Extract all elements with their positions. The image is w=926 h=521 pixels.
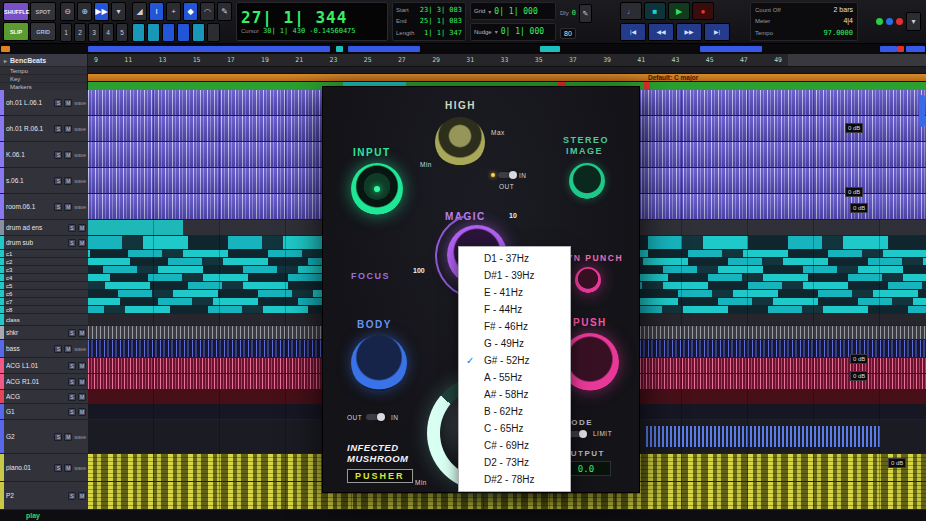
zoom-preset-4[interactable]: 4: [102, 23, 114, 42]
track-name[interactable]: G1: [6, 408, 66, 415]
frequency-option[interactable]: C# - 69Hz: [459, 437, 570, 454]
track-name[interactable]: c1: [6, 251, 86, 257]
solo-button[interactable]: S: [68, 408, 76, 416]
track-name[interactable]: ACG R1.01: [6, 378, 66, 385]
smart-tool-button[interactable]: ◆: [183, 2, 198, 21]
track-name[interactable]: drum sub: [6, 239, 66, 246]
meter-value[interactable]: 4|4: [843, 17, 853, 24]
mirror-midi-toggle[interactable]: [192, 23, 205, 42]
zoom-preset-5[interactable]: 5: [116, 23, 128, 42]
mute-button[interactable]: M: [78, 362, 86, 370]
solo-button[interactable]: S: [68, 239, 76, 247]
start-value[interactable]: 23| 3| 083: [420, 6, 462, 14]
track-header[interactable]: c2: [0, 258, 88, 266]
metronome-button[interactable]: ♩: [620, 2, 642, 20]
track-header[interactable]: ACG R1.01SM: [0, 374, 88, 390]
mute-button[interactable]: M: [78, 408, 86, 416]
grid-value-selector[interactable]: Grid ▾ 0| 1| 000: [470, 2, 556, 20]
solo-button[interactable]: S: [54, 125, 62, 133]
track-header[interactable]: oh.01 L.06.1SMwave: [0, 90, 88, 116]
bars-ruler[interactable]: 9 11 13 15 17 19 21 23 25 27 29 31 33 35…: [88, 54, 788, 66]
clip-gain-badge[interactable]: 0 dB: [850, 371, 868, 381]
mode-slip-button[interactable]: SLIP: [3, 22, 29, 41]
input-knob[interactable]: [351, 163, 403, 215]
mode-spot-button[interactable]: SPOT: [30, 2, 56, 21]
link-timeline-toggle[interactable]: [147, 23, 160, 42]
track-header[interactable]: G1SM: [0, 404, 88, 420]
timeline-selection-strip[interactable]: [0, 44, 926, 54]
dyn-punch-knob[interactable]: [575, 267, 601, 293]
tempo-value[interactable]: 97.0000: [823, 29, 853, 37]
solo-button[interactable]: S: [54, 464, 62, 472]
mute-button[interactable]: M: [78, 239, 86, 247]
frequency-option[interactable]: E - 41Hz: [459, 284, 570, 301]
track-view-selector[interactable]: wave: [74, 178, 86, 184]
track-header[interactable]: oh.01 R.06.1SMwave: [0, 116, 88, 142]
track-header[interactable]: c8: [0, 306, 88, 314]
track-name[interactable]: oh.01 L.06.1: [6, 99, 52, 106]
mute-button[interactable]: M: [64, 345, 72, 353]
nudge-value-selector[interactable]: Nudge ▾ 0| 1| 000: [470, 23, 556, 41]
scrubber-tool-button[interactable]: ◠: [200, 2, 215, 21]
frequency-option[interactable]: D2 - 73Hz: [459, 454, 570, 471]
solo-button[interactable]: S: [54, 345, 62, 353]
insertion-follows-playback-toggle[interactable]: [177, 23, 190, 42]
grid-dropdown-icon[interactable]: ▾: [488, 8, 491, 15]
mute-button[interactable]: M: [78, 492, 86, 500]
track-header[interactable]: c6: [0, 290, 88, 298]
frequency-option[interactable]: G - 49Hz: [459, 335, 570, 352]
track-name[interactable]: class: [6, 317, 86, 323]
track-view-selector[interactable]: wave: [74, 346, 86, 352]
automation-follows-edit-toggle[interactable]: [207, 23, 220, 42]
track-header[interactable]: ACGSM: [0, 390, 88, 404]
track-name[interactable]: piano.01: [6, 464, 52, 471]
solo-button[interactable]: S: [68, 393, 76, 401]
track-header[interactable]: c5: [0, 282, 88, 290]
group-header[interactable]: ▸ BencBeats: [0, 54, 87, 66]
frequency-option[interactable]: F# - 46Hz: [459, 318, 570, 335]
solo-button[interactable]: S: [68, 378, 76, 386]
body-in-out-toggle[interactable]: [365, 413, 385, 421]
track-header[interactable]: drum subSM: [0, 236, 88, 250]
end-value[interactable]: 25| 1| 083: [420, 17, 462, 25]
track-name[interactable]: c7: [6, 299, 86, 305]
high-in-out-toggle[interactable]: [497, 171, 517, 179]
track-name[interactable]: bass: [6, 345, 52, 352]
track-name[interactable]: K.06.1: [6, 151, 52, 158]
track-name[interactable]: c5: [6, 283, 86, 289]
track-name[interactable]: drum ad ens: [6, 224, 66, 231]
nudge-dropdown-icon[interactable]: ▾: [495, 28, 498, 35]
track-name[interactable]: ACG: [6, 393, 66, 400]
mute-button[interactable]: M: [64, 177, 72, 185]
group-name[interactable]: BencBeats: [10, 57, 46, 64]
zoom-preset-2[interactable]: 2: [74, 23, 86, 42]
key-signature-ruler[interactable]: Default: C major: [88, 73, 926, 81]
mute-button[interactable]: M: [78, 393, 86, 401]
solo-button[interactable]: S: [54, 177, 62, 185]
track-name[interactable]: room.06.1: [6, 203, 52, 210]
track-header[interactable]: c4: [0, 274, 88, 282]
track-name[interactable]: c6: [6, 291, 86, 297]
selector-tool-button[interactable]: I: [149, 2, 164, 21]
ruler-label-tempo[interactable]: Tempo: [0, 66, 87, 74]
track-header[interactable]: drum ad ensSM: [0, 220, 88, 236]
zoom-preset-1[interactable]: 1: [60, 23, 72, 42]
track-name[interactable]: ACG L1.01: [6, 362, 66, 369]
tempo-ruler[interactable]: [88, 66, 926, 73]
ruler-label-markers[interactable]: Markers: [0, 82, 87, 90]
track-name[interactable]: c2: [6, 259, 86, 265]
tab-to-transient-toggle[interactable]: [132, 23, 145, 42]
frequency-option[interactable]: D#2 - 78Hz: [459, 471, 570, 488]
mode-grid-button[interactable]: GRID: [30, 22, 56, 41]
length-value[interactable]: 1| 1| 347: [424, 29, 462, 37]
mute-button[interactable]: M: [78, 224, 86, 232]
go-to-end-button[interactable]: ▶|: [704, 23, 730, 41]
frequency-option[interactable]: D1 - 37Hz: [459, 250, 570, 267]
track-view-selector[interactable]: wave: [74, 434, 86, 440]
frequency-option[interactable]: A - 55Hz: [459, 369, 570, 386]
mute-button[interactable]: M: [64, 151, 72, 159]
solo-button[interactable]: S: [54, 433, 62, 441]
play-button[interactable]: ▶: [668, 2, 690, 20]
mute-button[interactable]: M: [64, 433, 72, 441]
mute-button[interactable]: M: [64, 464, 72, 472]
